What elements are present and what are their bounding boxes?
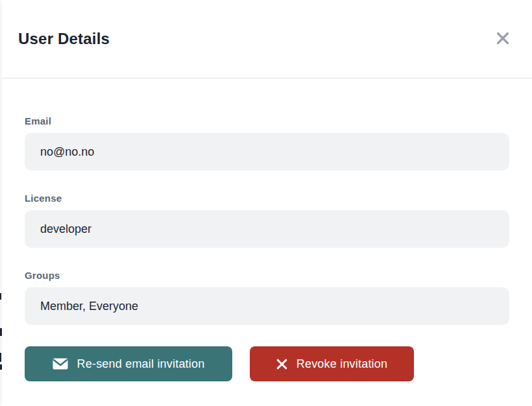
email-label: Email bbox=[25, 115, 509, 127]
groups-label: Groups bbox=[25, 269, 509, 281]
close-icon bbox=[496, 31, 510, 47]
action-button-row: Re-send email invitation Revoke invitati… bbox=[25, 346, 509, 381]
modal-body: Email no@no.no License developer Groups … bbox=[2, 78, 532, 381]
license-label: License bbox=[25, 192, 509, 204]
revoke-invitation-button[interactable]: Revoke invitation bbox=[250, 346, 414, 381]
user-details-modal: User Details Email no@no.no License deve… bbox=[2, 0, 532, 406]
license-field[interactable]: developer bbox=[25, 210, 509, 248]
background-page-text-fragment bbox=[0, 353, 1, 362]
email-field[interactable]: no@no.no bbox=[25, 133, 509, 171]
envelope-icon bbox=[53, 358, 68, 370]
modal-header: User Details bbox=[2, 0, 532, 78]
groups-field[interactable]: Member, Everyone bbox=[25, 287, 509, 325]
close-button[interactable] bbox=[493, 29, 513, 49]
groups-field-group: Groups Member, Everyone bbox=[25, 269, 509, 325]
resend-button-label: Re-send email invitation bbox=[77, 357, 205, 371]
email-field-group: Email no@no.no bbox=[25, 115, 509, 171]
resend-email-invitation-button[interactable]: Re-send email invitation bbox=[25, 346, 232, 381]
page-title: User Details bbox=[18, 30, 110, 48]
background-page-text-fragment bbox=[0, 293, 1, 300]
license-field-group: License developer bbox=[25, 192, 509, 248]
x-icon bbox=[276, 359, 287, 370]
revoke-button-label: Revoke invitation bbox=[296, 357, 387, 371]
